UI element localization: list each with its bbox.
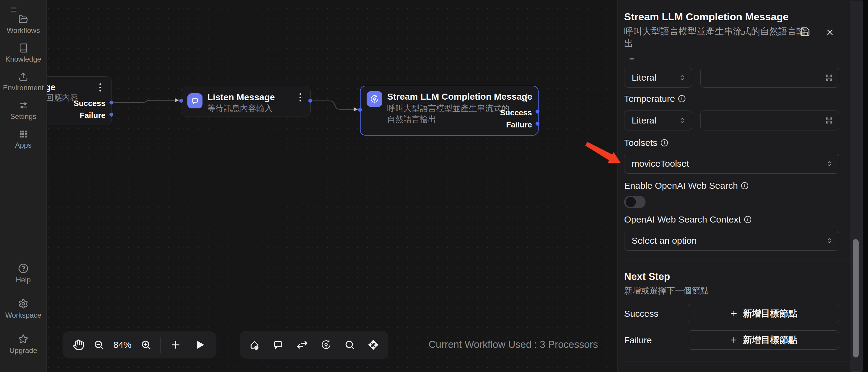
node-menu-icon[interactable]: [299, 93, 301, 101]
sidebar-item-label: Apps: [15, 141, 32, 149]
select-value: Literal: [624, 115, 656, 126]
star-icon: [18, 334, 28, 344]
sidebar-item-knowledge[interactable]: Knowledge: [5, 43, 41, 63]
sidebar-item-upgrade[interactable]: Upgrade: [9, 334, 37, 355]
sidebar-item-label: Workflows: [7, 26, 40, 35]
toolsets-select[interactable]: moviceToolset: [624, 154, 839, 174]
transfer-arrows-icon[interactable]: [296, 339, 308, 351]
node-title: Listen Message: [207, 92, 275, 102]
apps-grid-icon: [19, 129, 28, 139]
panel-title: Stream LLM Completion Message: [624, 11, 788, 23]
sidebar-item-settings[interactable]: Settings: [10, 101, 37, 121]
book-icon: [19, 43, 28, 53]
folder-icon: [19, 14, 28, 24]
panel-scrollbar-thumb[interactable]: [853, 239, 859, 358]
zoom-level: 84%: [113, 340, 131, 350]
llm-cycle-icon: [367, 91, 382, 107]
message-icon[interactable]: [272, 339, 284, 350]
expand-icon[interactable]: [825, 116, 834, 125]
chat-bubble-icon: [187, 93, 203, 108]
next-step-title: Next Step: [624, 271, 670, 282]
panel-subtitle: 呼叫大型語言模型並產生串流式的自然語言輸出: [624, 25, 810, 49]
port-input[interactable]: [358, 108, 362, 112]
window-edge: [863, 0, 868, 372]
expand-icon[interactable]: [825, 73, 834, 82]
add-target-node-failure-button[interactable]: 新增目標節點: [688, 330, 839, 350]
node-listen-message[interactable]: Listen Message 等待訊息內容輸入: [181, 86, 311, 117]
sidebar: Workflows Knowledge Environment: [0, 0, 47, 372]
port-failure[interactable]: [535, 122, 539, 126]
sidebar-item-environment[interactable]: Environment: [3, 72, 44, 92]
sidebar-item-label: Knowledge: [5, 55, 41, 63]
plugin-diamond-icon[interactable]: [367, 339, 379, 351]
canvas-controls-toolbar: 84%: [63, 331, 216, 359]
output-success-label: Success: [73, 99, 105, 108]
zoom-out-icon[interactable]: [93, 339, 104, 350]
info-icon[interactable]: [660, 139, 668, 147]
add-target-node-label: 新增目標節點: [743, 307, 797, 320]
clipped-label-sliver: [629, 58, 634, 60]
temperature-type-select[interactable]: Literal: [624, 110, 692, 130]
enable-web-search-label: Enable OpenAI Web Search: [624, 180, 749, 191]
port-failure[interactable]: [110, 113, 113, 116]
zoom-in-icon[interactable]: [141, 339, 151, 350]
web-search-toggle[interactable]: [624, 196, 646, 208]
node-subtitle: 等待訊息內容輸入: [207, 103, 273, 114]
save-icon[interactable]: [800, 27, 810, 37]
help-icon: [18, 263, 28, 274]
temperature-label: Temperature: [624, 94, 686, 104]
toggle-knob: [626, 197, 636, 207]
info-icon[interactable]: [678, 95, 686, 103]
port-output[interactable]: [308, 99, 312, 103]
web-search-context-select[interactable]: Select an option: [624, 231, 839, 250]
next-step-failure-label: Failure: [624, 335, 652, 345]
workflow-editor-app: ge 回應內容 Success Failure Listen Message 等…: [0, 0, 868, 372]
node-menu-icon[interactable]: [99, 83, 101, 92]
prompt-type-select[interactable]: Literal: [624, 68, 692, 88]
sidebar-item-apps[interactable]: Apps: [15, 129, 32, 149]
plus-icon: [730, 309, 738, 318]
chevron-up-down-icon: [826, 237, 833, 244]
chevron-up-down-icon: [679, 74, 686, 81]
node-stream-llm[interactable]: Stream LLM Completion Message 呼叫大型語言模型並產…: [360, 86, 538, 136]
sliders-icon: [19, 101, 28, 110]
toolbar-divider: [160, 337, 161, 353]
menu-hamburger-icon[interactable]: [9, 6, 18, 14]
sidebar-item-workflows[interactable]: Workflows: [7, 14, 40, 35]
home-add-icon[interactable]: [249, 339, 260, 350]
web-search-context-label: OpenAI Web Search Context: [624, 214, 752, 225]
info-icon[interactable]: [744, 215, 752, 224]
next-step-subtitle: 新增或選擇下一個節點: [624, 285, 709, 297]
workflow-usage-status: Current Workflow Used : 3 Processors: [429, 339, 598, 350]
add-target-node-label: 新增目標節點: [743, 334, 797, 346]
sidebar-item-label: Help: [16, 276, 31, 284]
node-subtitle: 呼叫大型語言模型並產生串流式的自然語言輸出: [387, 103, 514, 125]
node-palette-toolbar: [240, 331, 389, 359]
pan-hand-icon[interactable]: [73, 339, 84, 350]
info-icon[interactable]: [741, 182, 749, 190]
add-target-node-success-button[interactable]: 新增目標節點: [688, 304, 839, 323]
next-step-success-label: Success: [624, 309, 658, 319]
run-workflow-icon[interactable]: [195, 339, 206, 350]
output-failure-label: Failure: [80, 111, 105, 120]
sidebar-item-label: Workspace: [5, 311, 41, 319]
port-input[interactable]: [179, 99, 183, 103]
port-success[interactable]: [535, 110, 539, 113]
section-divider: [617, 261, 850, 261]
temperature-value-input[interactable]: [700, 110, 839, 130]
node-menu-icon[interactable]: [525, 94, 528, 102]
search-icon[interactable]: [344, 339, 355, 350]
close-icon[interactable]: [826, 28, 834, 37]
prompt-value-input[interactable]: [700, 68, 839, 88]
llm-cycle-icon[interactable]: [320, 339, 332, 350]
sidebar-item-label: Environment: [3, 83, 44, 92]
port-success[interactable]: [110, 101, 113, 104]
sidebar-item-workspace[interactable]: Workspace: [5, 299, 41, 319]
add-node-icon[interactable]: [170, 339, 181, 350]
sidebar-item-label: Upgrade: [9, 346, 37, 355]
select-placeholder: Select an option: [624, 236, 696, 246]
section-divider: [617, 361, 850, 362]
sidebar-item-label: Settings: [10, 112, 37, 121]
gear-icon: [18, 299, 28, 309]
sidebar-item-help[interactable]: Help: [16, 263, 31, 284]
